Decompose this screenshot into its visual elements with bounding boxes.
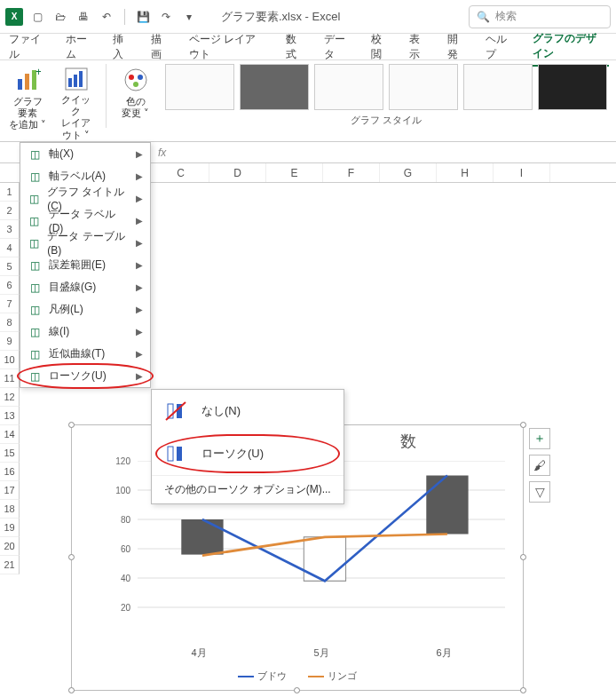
row-header[interactable]: 3 — [0, 220, 20, 239]
menu-item-label: データ テーブル(B) — [47, 229, 129, 257]
menu-item-legend-icon[interactable]: ◫凡例(L)▶ — [20, 298, 150, 321]
chart-title-visible[interactable]: 数 — [400, 431, 416, 452]
new-file-icon[interactable]: ▢ — [30, 10, 44, 24]
chevron-right-icon: ▶ — [136, 238, 143, 248]
save-icon[interactable]: 💾 — [136, 10, 150, 24]
axis-label-icon: ◫ — [28, 170, 42, 184]
chart-side-tools: ＋ 🖌 ▽ — [529, 428, 550, 503]
add-chart-element-button[interactable]: + グラフ要素 を追加 ˅ — [9, 64, 46, 131]
row-header[interactable]: 10 — [0, 351, 20, 369]
submenu-updown-bars[interactable]: ローソク(U) — [152, 432, 344, 475]
row-header[interactable]: 5 — [0, 257, 20, 276]
tab-chart-design[interactable]: グラフのデザイン — [531, 28, 609, 67]
row-header[interactable]: 17 — [0, 481, 20, 500]
col-header[interactable]: G — [380, 163, 437, 182]
chart-style-3[interactable] — [314, 64, 383, 110]
menu-item-data-table-icon[interactable]: ◫データ テーブル(B)▶ — [20, 232, 150, 254]
row-header[interactable]: 8 — [0, 313, 20, 332]
row-header[interactable]: 7 — [0, 295, 20, 313]
row-header[interactable]: 21 — [0, 556, 20, 574]
row-header[interactable]: 19 — [0, 519, 20, 537]
col-header[interactable]: C — [153, 163, 209, 182]
chart-legend[interactable]: ブドウ リンゴ — [72, 669, 523, 683]
open-file-icon[interactable]: 🗁 — [53, 10, 67, 24]
col-header[interactable]: F — [323, 163, 380, 182]
resize-handle[interactable] — [520, 687, 526, 693]
submenu-more-options[interactable]: その他のローソク オプション(M)... — [152, 475, 344, 503]
row-header[interactable]: 20 — [0, 537, 20, 556]
menu-item-updown-bars-icon[interactable]: ◫ローソク(U)▶ — [20, 365, 150, 387]
row-header[interactable]: 4 — [0, 239, 20, 257]
col-header[interactable]: I — [494, 163, 550, 182]
window-title: グラフ要素.xlsx - Excel — [221, 9, 340, 25]
tab-insert[interactable]: 挿入 — [111, 28, 133, 66]
tab-developer[interactable]: 開発 — [446, 28, 468, 66]
fx-label: fx — [158, 147, 166, 159]
row-header[interactable]: 1 — [0, 183, 20, 202]
row-header[interactable]: 16 — [0, 463, 20, 481]
add-chart-element-label: グラフ要素 を追加 ˅ — [9, 96, 46, 131]
menu-item-lines-icon[interactable]: ◫線(I)▶ — [20, 321, 150, 343]
svg-text:+: + — [36, 67, 41, 78]
chart-filters-button[interactable]: ▽ — [529, 481, 550, 503]
chart-style-1[interactable] — [165, 64, 234, 110]
tab-review[interactable]: 校閲 — [369, 28, 391, 66]
row-header[interactable]: 11 — [0, 369, 20, 388]
tab-file[interactable]: ファイル — [7, 28, 48, 66]
lines-icon: ◫ — [28, 325, 42, 339]
quick-print-icon[interactable]: 🖶 — [76, 10, 91, 24]
menu-item-gridlines-icon[interactable]: ◫目盛線(G)▶ — [20, 276, 150, 298]
col-header[interactable]: E — [266, 163, 323, 182]
row-header[interactable]: 15 — [0, 444, 20, 463]
resize-handle[interactable] — [68, 687, 75, 693]
redo-icon[interactable]: ↷ — [159, 10, 173, 24]
down-bar[interactable] — [181, 519, 223, 555]
row-header[interactable]: 12 — [0, 388, 20, 407]
quick-access-toolbar: ▢ 🗁 🖶 ↶ 💾 ↷ ▾ — [30, 9, 196, 25]
tab-formulas[interactable]: 数式 — [284, 28, 306, 66]
row-header[interactable]: 9 — [0, 332, 20, 351]
chart-style-2[interactable] — [240, 64, 309, 110]
row-header[interactable]: 13 — [0, 407, 20, 425]
chart-style-4[interactable] — [389, 64, 458, 110]
svg-rect-16 — [177, 447, 182, 461]
chart-styles-button[interactable]: 🖌 — [529, 455, 550, 476]
row-header[interactable]: 2 — [0, 202, 20, 220]
resize-handle[interactable] — [520, 554, 526, 560]
submenu-none[interactable]: なし(N) — [152, 390, 344, 432]
legend-entry-ringo[interactable]: リンゴ — [308, 669, 357, 683]
tab-help[interactable]: ヘルプ — [484, 28, 515, 66]
svg-point-10 — [138, 75, 143, 80]
down-bar[interactable] — [426, 476, 468, 535]
search-box[interactable]: 🔍 検索 — [469, 5, 611, 28]
legend-entry-budou[interactable]: ブドウ — [238, 669, 287, 683]
col-header[interactable]: H — [437, 163, 494, 182]
quick-layout-button[interactable]: クイック レイアウト ˅ — [57, 64, 94, 131]
y-tick: 40 — [121, 573, 130, 582]
col-header[interactable]: D — [209, 163, 266, 182]
chevron-right-icon: ▶ — [136, 194, 143, 203]
resize-handle[interactable] — [68, 554, 75, 560]
tab-draw[interactable]: 描画 — [149, 28, 171, 66]
row-header[interactable]: 14 — [0, 425, 20, 444]
change-colors-button[interactable]: 色の 変更 ˅ — [117, 64, 154, 131]
chevron-right-icon: ▶ — [136, 216, 143, 226]
tab-data[interactable]: データ — [322, 28, 353, 66]
resize-handle[interactable] — [294, 687, 300, 693]
tab-pagelayout[interactable]: ページ レイアウト — [187, 28, 268, 66]
undo-icon[interactable]: ↶ — [99, 10, 114, 24]
menu-item-error-bars-icon[interactable]: ◫誤差範囲(E)▶ — [20, 254, 150, 276]
chart-elements-button[interactable]: ＋ — [529, 428, 550, 449]
qat-more-icon[interactable]: ▾ — [182, 10, 196, 24]
row-header[interactable]: 18 — [0, 500, 20, 519]
resize-handle[interactable] — [520, 422, 526, 428]
row-header[interactable]: 6 — [0, 276, 20, 295]
tab-view[interactable]: 表示 — [407, 28, 430, 66]
updown-bars-submenu: なし(N) ローソク(U) その他のローソク オプション(M)... — [151, 389, 344, 504]
resize-handle[interactable] — [68, 422, 75, 428]
menu-item-axis-icon[interactable]: ◫軸(X)▶ — [20, 143, 150, 165]
menu-item-trendline-icon[interactable]: ◫近似曲線(T)▶ — [20, 343, 150, 365]
chart-style-6[interactable] — [538, 64, 607, 110]
chart-style-5[interactable] — [463, 64, 533, 110]
tab-home[interactable]: ホーム — [64, 28, 95, 66]
